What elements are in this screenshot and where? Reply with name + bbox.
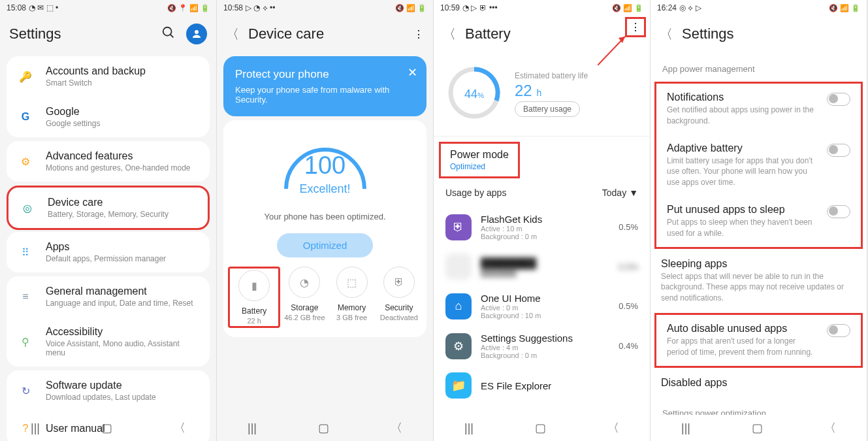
banner-title: Protect your phone — [235, 68, 415, 81]
unused-sleep-row[interactable]: Put unused apps to sleepPut apps to slee… — [656, 196, 861, 247]
toggle-title: Notifications — [667, 91, 819, 103]
back-icon[interactable]: 〈 — [660, 25, 673, 43]
back-button[interactable]: 〈 — [174, 420, 185, 436]
update-icon: ↻ — [17, 382, 34, 399]
nav-bar: ||| ▢ 〈 — [651, 415, 867, 441]
toggle-sub: For apps that aren't used for a longer p… — [667, 336, 819, 358]
nav-bar: ||| ▢ 〈 — [434, 415, 650, 441]
adaptive-battery-row[interactable]: Adaptive batteryLimit battery usage for … — [656, 135, 861, 196]
nav-bar: ||| ▢ 〈 — [217, 415, 433, 441]
care-score: 100 — [223, 152, 426, 180]
annotation-arrow — [598, 33, 630, 65]
app-pct: 0.4% — [619, 341, 638, 351]
more-icon[interactable]: ⋮ — [413, 28, 424, 41]
item-title: Software update — [46, 380, 199, 391]
clock: 16:24 — [657, 3, 677, 12]
app-name: One UI Home — [481, 293, 619, 304]
usage-header: Usage by apps Today ▼ — [434, 178, 650, 207]
item-sub: Voice Assistant, Mono audio, Assistant m… — [46, 339, 199, 357]
app-row[interactable]: ⛨ FlashGet KidsActive : 10 mBackground :… — [434, 207, 650, 247]
search-icon[interactable] — [161, 25, 176, 42]
toggle-switch[interactable] — [827, 324, 850, 337]
recents-button[interactable]: ||| — [31, 421, 40, 435]
status-bar: 10:58 ▷ ◔ ⟡ •• 🔇 📶 🔋 — [217, 0, 433, 16]
back-icon[interactable]: 〈 — [226, 25, 239, 43]
page-title: Device care — [248, 25, 413, 42]
recents-button[interactable]: ||| — [681, 421, 690, 435]
security-tile[interactable]: ⛨ Security Deactivated — [376, 267, 422, 328]
app-pct: 0.5% — [619, 222, 638, 232]
app-icon — [445, 253, 472, 280]
battery-screen: 10:59 ◔ ▷ ⛨ ••• 🔇 📶 🔋 〈 Battery ⋮ 44% Es… — [434, 0, 651, 441]
header: Settings — [0, 16, 216, 52]
shield-icon: ⛨ — [383, 267, 415, 298]
settings-item-accounts[interactable]: 🔑 Accounts and backupSmart Switch — [7, 56, 210, 97]
settings-item-google[interactable]: G GoogleGoogle settings — [7, 97, 210, 137]
disabled-apps-row[interactable]: Disabled apps — [651, 369, 867, 397]
notifications-row[interactable]: NotificationsGet notified about apps usi… — [656, 84, 861, 135]
settings-item-advanced[interactable]: ⚙ Advanced featuresMotions and gestures,… — [7, 141, 210, 182]
item-title: Apps — [46, 241, 199, 253]
settings-item-accessibility[interactable]: ⚲ AccessibilityVoice Assistant, Mono aud… — [7, 317, 210, 367]
item-sub: Language and input, Date and time, Reset — [46, 299, 199, 308]
battery-tile[interactable]: ▮ Battery 22 h — [231, 270, 277, 325]
app-row[interactable]: ⌂ One UI HomeActive : 0 mBackground : 10… — [434, 286, 650, 326]
item-sub: Motions and gestures, One-handed mode — [46, 163, 199, 172]
auto-disable-row[interactable]: Auto disable unused appsFor apps that ar… — [656, 315, 861, 366]
toggle-switch[interactable] — [827, 205, 850, 218]
back-icon[interactable]: 〈 — [443, 25, 456, 43]
home-button[interactable]: ▢ — [318, 421, 329, 435]
recents-button[interactable]: ||| — [464, 421, 474, 435]
tile-label: Memory — [329, 303, 375, 312]
google-icon: G — [17, 108, 34, 125]
home-button[interactable]: ▢ — [752, 421, 763, 435]
toggle-sub: Limit battery usage for apps that you do… — [667, 155, 819, 188]
item-sub: Download updates, Last update — [46, 393, 199, 402]
storage-tile[interactable]: ◔ Storage 46.2 GB free — [281, 267, 327, 328]
toggle-switch[interactable] — [827, 144, 850, 157]
clock: 15:08 — [7, 3, 26, 12]
tile-label: Storage — [281, 303, 327, 312]
back-button[interactable]: 〈 — [391, 420, 402, 436]
app-row[interactable]: ███████████████ 0.5% — [434, 247, 650, 286]
item-sub: Smart Switch — [46, 78, 199, 88]
app-bg: Background : 0 m — [481, 233, 619, 240]
recents-button[interactable]: ||| — [248, 421, 257, 435]
settings-item-update[interactable]: ↻ Software updateDownload updates, Last … — [7, 370, 210, 411]
back-button[interactable]: 〈 — [607, 420, 619, 436]
nav-bar: ||| ▢ 〈 — [0, 415, 216, 441]
settings-screen: 15:08 ◔ ✉ ⬚ • 🔇 📍 📶 🔋 Settings 🔑 Account… — [0, 0, 217, 441]
battery-usage-button[interactable]: Battery usage — [515, 101, 580, 117]
back-button[interactable]: 〈 — [824, 420, 836, 436]
item-sub: Google settings — [46, 119, 199, 128]
device-care-screen: 10:58 ▷ ◔ ⟡ •• 🔇 📶 🔋 〈 Device care ⋮ Pro… — [217, 0, 434, 441]
sleeping-apps-row[interactable]: Sleeping appsSelect apps that will never… — [651, 250, 867, 312]
optimize-button[interactable]: Optimized — [277, 233, 374, 257]
score-label: Excellent! — [223, 182, 426, 196]
tile-label: Battery — [231, 306, 277, 316]
app-icon: 📁 — [445, 372, 472, 399]
home-button[interactable]: ▢ — [101, 421, 112, 435]
toggle-switch[interactable] — [827, 93, 850, 106]
svg-point-2 — [195, 30, 199, 34]
security-banner[interactable]: Protect your phone Keep your phone safe … — [223, 56, 426, 116]
clock: 10:59 — [440, 3, 460, 12]
settings-item-apps[interactable]: ⠿ AppsDefault apps, Permission manager — [7, 232, 210, 272]
close-icon[interactable]: ✕ — [408, 65, 417, 80]
app-name: ES File Explorer — [481, 380, 638, 391]
apps-icon: ⠿ — [17, 244, 34, 261]
power-mode-row[interactable]: Power mode Optimized — [439, 142, 520, 178]
settings-item-device-care[interactable]: ◎ Device careBattery, Storage, Memory, S… — [8, 188, 208, 228]
app-row[interactable]: 📁 ES File Explorer — [434, 366, 650, 405]
app-bg: Background : 0 m — [481, 351, 619, 359]
power-settings-screen: 16:24 ◎ ⟡ ▷ 🔇 📶 🔋 〈 Settings App power m… — [651, 0, 867, 441]
home-button[interactable]: ▢ — [535, 421, 546, 435]
settings-item-general[interactable]: ≡ General managementLanguage and input, … — [7, 276, 210, 317]
app-row[interactable]: ⚙ Settings SuggestionsActive : 4 mBackgr… — [434, 326, 650, 366]
memory-tile[interactable]: ⬚ Memory 3 GB free — [329, 267, 375, 328]
toggle-sub: Put apps to sleep when they haven't been… — [667, 217, 819, 239]
today-dropdown[interactable]: Today ▼ — [602, 188, 638, 198]
page-title: Settings — [682, 25, 858, 42]
tile-sub: 3 GB free — [329, 314, 375, 321]
profile-icon[interactable] — [186, 24, 207, 44]
